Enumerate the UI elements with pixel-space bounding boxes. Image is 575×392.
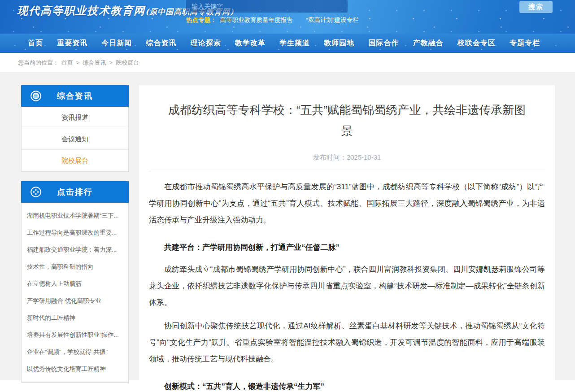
rank-list-item[interactable]: 在立德树人上动脑筋 [27, 275, 126, 292]
publish-date-value: 2025-10-31 [347, 153, 381, 161]
search-button[interactable]: 搜索 [519, 1, 553, 13]
sidebar-section-news: 综合资讯 资讯报道会议通知院校展台 [21, 85, 129, 172]
sidebar-item[interactable]: 会议通知 [22, 128, 128, 150]
rank-list-item[interactable]: 福建船政交通职业学院：着力深... [27, 241, 126, 258]
list-circle-icon [30, 90, 42, 102]
article-card: 成都纺织高等专科学校：“五共”赋能蜀锦蜀绣产业，共绘非遗传承新图景 发布时间：2… [139, 85, 555, 380]
sidebar-section-header: 点击排行 [21, 181, 129, 203]
nav-item[interactable]: 学生频道 [279, 39, 310, 48]
sidebar-section-title: 点击排行 [57, 187, 93, 196]
rank-list-item[interactable]: 产学研用融合 优化高职专业 [27, 292, 126, 309]
rank-list-item[interactable]: 新时代的工匠精神 [27, 309, 126, 327]
article-paragraph: 协同创新中心聚焦传统技艺现代化，通过AI纹样解析、丝素蛋白基材料研发等关键技术，… [149, 318, 545, 367]
rank-list-item[interactable]: 企业在“调频”，学校就得“共振” [27, 344, 126, 361]
article-paragraph: 成纺牵头成立“成都市蜀锦蜀绣产学研用协同创新中心”，联合四川富润教科投资集团、四… [149, 261, 545, 311]
breadcrumb-label: 您当前的位置： [18, 59, 59, 66]
breadcrumb-separator: > [76, 59, 80, 66]
compass-circle-icon [30, 186, 42, 198]
nav-item[interactable]: 教师园地 [324, 39, 354, 48]
main-nav: 首页重要资讯今日新闻综合资讯理论探索教学改革学生频道教师园地国际合作产教融合校联… [0, 34, 575, 53]
nav-item[interactable]: 专题专栏 [510, 39, 540, 48]
breadcrumb-link[interactable]: 首页 [61, 59, 73, 66]
rank-list-item[interactable]: 工作过程导向是高职课改的重要... [27, 224, 126, 241]
article-paragraph: 创新模式：“五共”育人，锻造非遗传承“生力军” [149, 378, 545, 392]
search-area: 搜索 热点专题：高等职业教育质量年度报告“双高计划”建设专栏 [342, 0, 553, 13]
nav-item[interactable]: 理论探索 [191, 39, 221, 48]
search-input[interactable] [186, 0, 348, 13]
site-header: 现代高等职业技术教育网(原中国高职高专教育网) 搜索 热点专题：高等职业教育质量… [0, 0, 575, 34]
nav-item[interactable]: 国际合作 [368, 39, 399, 48]
sidebar-section-header: 综合资讯 [21, 85, 129, 107]
nav-item[interactable]: 产教融合 [413, 39, 444, 48]
hot-topic-link[interactable]: 高等职业教育质量年度报告 [220, 16, 293, 24]
sidebar-item[interactable]: 院校展台 [22, 150, 128, 171]
breadcrumb: 您当前的位置：首页>综合资讯>院校展台 [0, 53, 575, 73]
hot-topics-label: 热点专题： [186, 17, 217, 23]
nav-item[interactable]: 今日新闻 [101, 39, 132, 48]
sidebar-item[interactable]: 资讯报道 [22, 107, 128, 128]
article-paragraph: 共建平台：产学研用协同创新，打通产业“任督二脉” [149, 239, 545, 256]
article-body: 在成都市推动蜀锦蜀绣高水平保护与高质量发展的“311”蓝图中，成都纺织高等专科学… [149, 171, 545, 392]
breadcrumb-separator: > [109, 59, 113, 66]
nav-item[interactable]: 校联会专区 [457, 39, 496, 48]
page: 现代高等职业技术教育网(原中国高职高专教育网) 搜索 热点专题：高等职业教育质量… [0, 0, 575, 380]
publish-date-label: 发布时间： [313, 153, 347, 161]
breadcrumb-link[interactable]: 院校展台 [116, 59, 139, 66]
publish-date: 发布时间：2025-10-31 [149, 153, 545, 162]
breadcrumb-link[interactable]: 综合资讯 [83, 59, 106, 66]
rank-list-item[interactable]: 以优秀传统文化培育工匠精神 [27, 361, 126, 378]
nav-item[interactable]: 首页 [28, 39, 43, 48]
rank-list-item[interactable]: 技术性，高职科研的指向 [27, 258, 126, 275]
article-paragraph: 在成都市推动蜀锦蜀绣高水平保护与高质量发展的“311”蓝图中，成都纺织高等专科学… [149, 179, 545, 228]
site-logo-text: 现代高等职业技术教育网 [17, 4, 145, 17]
nav-item[interactable]: 综合资讯 [146, 39, 177, 48]
breadcrumb-links: 首页>综合资讯>院校展台 [61, 59, 139, 66]
sidebar-section-ranking: 点击排行 湖南机电职业技术学院暑期“三下...工作过程导向是高职课改的重要...… [21, 181, 129, 383]
hot-topics-row: 热点专题：高等职业教育质量年度报告“双高计划”建设专栏 [186, 16, 359, 24]
sidebar-section-title: 综合资讯 [57, 91, 93, 100]
content-area: 综合资讯 资讯报道会议通知院校展台 点击排行 湖南机电职业技术学院暑期“三下..… [0, 73, 575, 380]
sidebar: 综合资讯 资讯报道会议通知院校展台 点击排行 湖南机电职业技术学院暑期“三下..… [21, 85, 129, 380]
hot-topic-link[interactable]: “双高计划”建设专栏 [306, 16, 359, 24]
rank-list-item[interactable]: 湖南机电职业技术学院暑期“三下... [27, 207, 126, 224]
nav-item[interactable]: 重要资讯 [57, 39, 87, 48]
nav-item[interactable]: 教学改革 [235, 39, 266, 48]
hot-topic-links: 高等职业教育质量年度报告“双高计划”建设专栏 [220, 16, 359, 24]
rank-list-item[interactable]: 培养具有发展性创新性职业“操作... [27, 327, 126, 344]
article-title: 成都纺织高等专科学校：“五共”赋能蜀锦蜀绣产业，共绘非遗传承新图景 [149, 100, 545, 142]
